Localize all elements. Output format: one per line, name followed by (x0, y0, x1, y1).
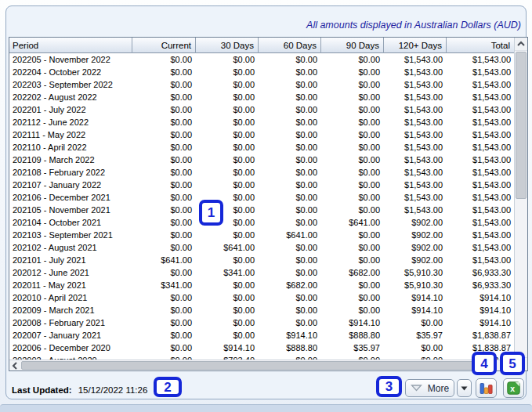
scroll-up-button[interactable] (515, 38, 527, 51)
table-row[interactable]: 202104 - October 2021$0.00$0.00$0.00$641… (9, 216, 515, 229)
amount-cell: $5,910.30 (384, 280, 447, 290)
period-cell: 202006 - December 2020 (9, 343, 132, 352)
amount-cell: $0.00 (321, 230, 384, 240)
period-cell: 202110 - April 2022 (9, 143, 132, 152)
amount-cell: $1,543.00 (447, 180, 515, 190)
column-header-60-days[interactable]: 60 Days (259, 38, 321, 53)
column-header-120-days[interactable]: 120+ Days (384, 38, 447, 53)
vertical-scrollbar-thumb[interactable] (516, 52, 527, 199)
amount-cell: $1,543.00 (384, 80, 447, 89)
amount-cell: $0.00 (321, 117, 384, 127)
column-header-period[interactable]: Period (9, 38, 132, 53)
period-cell: 202202 - August 2022 (9, 92, 132, 102)
amount-cell: $0.00 (259, 155, 321, 164)
last-updated-label: Last Updated: (12, 385, 72, 395)
table-body[interactable]: 202205 - November 2022$0.00$0.00$0.00$0.… (9, 53, 515, 361)
table-row[interactable]: 202203 - September 2022$0.00$0.00$0.00$0… (9, 78, 515, 91)
table-row[interactable]: 202008 - February 2021$0.00$0.00$0.00$91… (9, 316, 515, 329)
column-header-total[interactable]: Total (447, 38, 515, 53)
amount-cell: $0.00 (132, 155, 196, 164)
horizontal-scrollbar-thumb[interactable] (21, 361, 478, 370)
amount-cell: $1,543.00 (447, 255, 515, 265)
table-row[interactable]: 202110 - April 2022$0.00$0.00$0.00$0.00$… (9, 141, 515, 154)
table-row[interactable]: 202201 - July 2022$0.00$0.00$0.00$0.00$1… (9, 103, 515, 116)
horizontal-scrollbar[interactable] (9, 360, 515, 370)
amount-cell: $0.00 (132, 143, 196, 152)
column-header-current[interactable]: Current (132, 38, 196, 53)
vertical-scrollbar[interactable] (514, 38, 527, 370)
amount-cell: $1,543.00 (384, 143, 447, 152)
table-row[interactable]: 202111 - May 2022$0.00$0.00$0.00$0.00$1,… (9, 128, 515, 141)
amount-cell: $0.00 (132, 343, 196, 352)
amount-cell: $0.00 (259, 193, 321, 202)
table-row[interactable]: 202007 - January 2021$0.00$0.00$914.10$8… (9, 329, 515, 342)
amount-cell: $0.00 (132, 117, 196, 127)
status-bar: Last Updated: 15/12/2022 11:26 (12, 382, 147, 398)
table-row[interactable]: 202108 - February 2022$0.00$0.00$0.00$0.… (9, 166, 515, 179)
table-row[interactable]: 202112 - June 2022$0.00$0.00$0.00$0.00$1… (9, 116, 515, 128)
more-dropdown-button[interactable] (457, 379, 472, 397)
amount-cell: $0.00 (259, 293, 321, 302)
amount-cell: $0.00 (132, 331, 196, 340)
amount-cell: $0.00 (321, 305, 384, 315)
amount-cell: $1,543.00 (384, 205, 447, 215)
amount-cell: $1,543.00 (447, 193, 515, 202)
column-header-90-days[interactable]: 90 Days (321, 38, 384, 53)
amount-cell: $1,543.00 (384, 193, 447, 202)
amount-cell: $0.00 (321, 67, 384, 77)
amount-cell: $0.00 (321, 280, 384, 290)
table-row[interactable]: 202009 - March 2021$0.00$0.00$0.00$0.00$… (9, 304, 515, 316)
more-button[interactable]: More (405, 379, 454, 397)
amount-cell: $0.00 (132, 130, 196, 139)
table-row[interactable]: 202006 - December 2020$0.00$914.10$888.8… (9, 342, 515, 354)
period-cell: 202205 - November 2022 (9, 55, 132, 64)
table-row[interactable]: 202101 - July 2021$641.00$0.00$0.00$0.00… (9, 254, 515, 266)
amount-cell: $0.00 (259, 80, 321, 89)
table-row[interactable]: 202012 - June 2021$0.00$341.00$0.00$682.… (9, 266, 515, 279)
amount-cell: $1,543.00 (447, 92, 515, 102)
amount-cell: $6,933.30 (447, 280, 515, 290)
scroll-left-button[interactable] (9, 360, 20, 370)
amount-cell: $1,543.00 (447, 55, 515, 64)
table-row[interactable]: 202109 - March 2022$0.00$0.00$0.00$0.00$… (9, 154, 515, 166)
amount-cell: $1,543.00 (447, 168, 515, 177)
chart-view-button[interactable] (476, 378, 497, 398)
amount-cell: $0.00 (132, 293, 196, 302)
table-row[interactable]: 202102 - August 2021$0.00$641.00$0.00$0.… (9, 241, 515, 254)
amount-cell: $0.00 (196, 293, 259, 302)
table-row[interactable]: 202105 - November 2021$0.00$0.00$0.00$0.… (9, 204, 515, 216)
period-cell: 202011 - May 2021 (9, 280, 132, 290)
table-row[interactable]: 202204 - October 2022$0.00$0.00$0.00$0.0… (9, 66, 515, 78)
column-header-30-days[interactable]: 30 Days (196, 38, 259, 53)
triangle-down-outline-icon (411, 385, 422, 392)
table-row[interactable]: 202011 - May 2021$341.00$0.00$682.00$0.0… (9, 279, 515, 291)
amount-cell: $0.00 (259, 243, 321, 252)
background-window-edge (0, 404, 532, 412)
amount-cell: $641.00 (132, 255, 196, 265)
last-updated-value: 15/12/2022 11:26 (78, 385, 148, 395)
amount-cell: $0.00 (321, 80, 384, 89)
amount-cell: $0.00 (259, 180, 321, 190)
amount-cell: $0.00 (259, 92, 321, 102)
period-cell: 202105 - November 2021 (9, 205, 132, 215)
amount-cell: $641.00 (259, 230, 321, 240)
table-row[interactable]: 202202 - August 2022$0.00$0.00$0.00$0.00… (9, 91, 515, 103)
table-row[interactable]: 202106 - December 2021$0.00$0.00$0.00$0.… (9, 191, 515, 204)
table-row[interactable]: 202107 - January 2022$0.00$0.00$0.00$0.0… (9, 179, 515, 191)
amount-cell: $902.00 (384, 218, 447, 227)
table-row[interactable]: 202103 - September 2021$0.00$0.00$641.00… (9, 229, 515, 241)
amount-cell: $0.00 (259, 117, 321, 127)
amount-cell: $0.00 (132, 67, 196, 77)
period-cell: 202108 - February 2022 (9, 168, 132, 177)
amount-cell: $914.10 (321, 318, 384, 327)
amount-cell: $1,543.00 (384, 117, 447, 127)
amount-cell: $0.00 (259, 55, 321, 64)
period-cell: 202106 - December 2021 (9, 193, 132, 202)
table-row[interactable]: 202205 - November 2022$0.00$0.00$0.00$0.… (9, 53, 515, 66)
chevron-left-icon (12, 362, 18, 370)
amount-cell: $0.00 (132, 218, 196, 227)
excel-export-button[interactable]: x (503, 378, 524, 398)
amount-cell: $0.00 (259, 67, 321, 77)
period-cell: 202012 - June 2021 (9, 268, 132, 277)
table-row[interactable]: 202010 - April 2021$0.00$0.00$0.00$0.00$… (9, 291, 515, 304)
